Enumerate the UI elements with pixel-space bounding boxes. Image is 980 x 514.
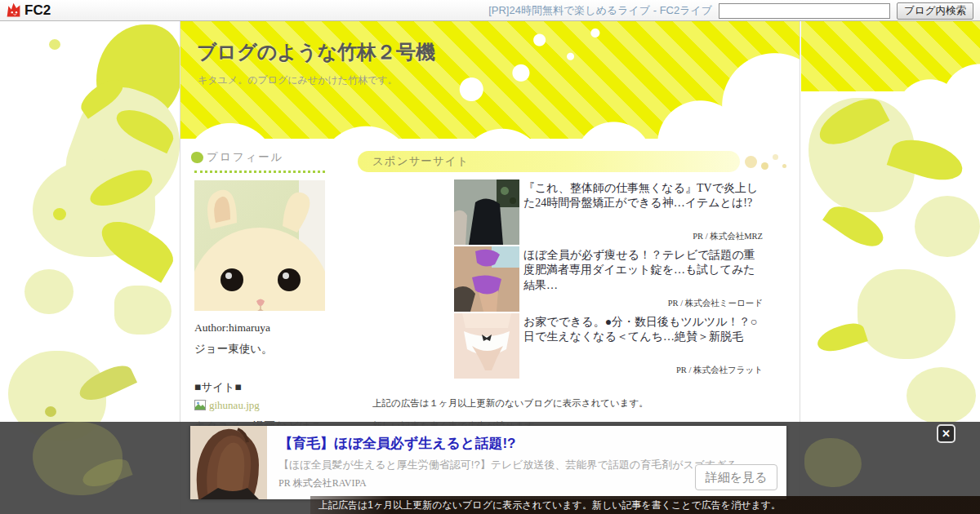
fc2-logo[interactable]: FC2 [5,2,51,19]
overlay-ad-description: 【ほぼ全員髪が生えると厚生労働省認可!?】テレビ放送後、芸能界で話題の育毛剤がス… [278,458,737,472]
sponsored-ad-row[interactable]: お家でできる。●分・数日後もツルツル！？○日で生えなくなる＜てんち…絶賛＞新脱毛… [454,313,764,379]
overlay-close-button[interactable]: ✕ [937,424,956,443]
ad-title: 『これ、整体師の仕事無くなる』TVで炎上した24時間骨盤矯正ができる神…イテムと… [523,181,764,211]
site-section-heading: ■サイト■ [194,380,325,395]
ad-notice-line1: 上記の広告は１ヶ月以上更新のないブログに表示されています。 [372,397,799,410]
profile-section-heading: プロフィール [194,150,325,173]
broken-image-icon [194,400,207,412]
sidebar: プロフィール Autho [194,150,325,449]
ad-title: ほぼ全員が必ず痩せる！？テレビで話題の重度肥満者専用ダイエット錠を…も試してみた… [523,248,764,293]
blog-header: ブログのような竹林２号機 キタユメ。のブログにみせかけた竹林です。 [180,21,800,139]
leaf-blob [45,406,56,417]
ad-text-block: 『これ、整体師の仕事無くなる』TVで炎上した24時間骨盤矯正ができる神…イテムと… [523,179,764,246]
leaf-blob [24,269,74,314]
broken-image-label: gihunau.jpg [209,399,260,412]
fc2-logo-text: FC2 [24,2,51,19]
overlay-ad-layer: 【育毛】ほぼ全員必ず生えると話題!? 【ほぼ全員髪が生えると厚生労働省認可!?】… [0,422,980,514]
topbar: FC2 [PR]24時間無料で楽しめるライブ - FC2ライブ ブログ内検索 [0,0,980,21]
leaf-blob [915,196,980,257]
leaf-blob [858,269,956,359]
overlay-ad-pr-label: PR 株式会社RAVIPA [278,476,367,490]
dimmed-leaf-blob [33,422,122,495]
leaf-blob [814,319,868,356]
author-line: Author:himaruya [194,321,325,335]
ad-thumbnail-underwear [454,313,519,379]
bio-line: ジョー東使い。 [194,342,325,357]
ad-pr-label: PR / 株式会社ミーロード [668,298,763,309]
overlay-ad-title[interactable]: 【育毛】ほぼ全員必ず生えると話題!? [278,434,515,453]
pr-live-link[interactable]: [PR]24時間無料で楽しめるライブ - FC2ライブ [488,3,712,18]
blog-search-button[interactable]: ブログ内検索 [897,2,973,20]
flower-icon [191,152,203,163]
blog-subtitle: キタユメ。のブログにみせかけた竹林です。 [198,73,398,87]
ad-text-block: お家でできる。●分・数日後もツルツル！？○日で生えなくなる＜てんち…絶賛＞新脱毛… [523,313,764,379]
sponsored-ads-list: 『これ、整体師の仕事無くなる』TVで炎上した24時間骨盤矯正ができる神…イテムと… [454,179,764,379]
fc2-fox-icon [5,2,22,19]
ad-text-block: ほぼ全員が必ず痩せる！？テレビで話題の重度肥満者専用ダイエット錠を…も試してみた… [523,246,764,312]
stripe-patch [801,21,980,91]
overlay-bottom-notice-bar: 上記広告は1ヶ月以上更新のないブログに表示されています。新しい記事を書くことで広… [310,496,980,514]
sponsored-ad-row[interactable]: 『これ、整体師の仕事無くなる』TVで炎上した24時間骨盤矯正ができる神…イテムと… [454,179,764,246]
sponsor-section-label: スポンサーサイト [372,151,469,172]
page: FC2 [PR]24時間無料で楽しめるライブ - FC2ライブ ブログ内検索 ブ… [0,0,980,514]
ad-title: お家でできる。●分・数日後もツルツル！？○日で生えなくなる＜てんち…絶賛＞新脱毛 [523,315,764,345]
blog-title[interactable]: ブログのような竹林２号機 [197,39,435,65]
blog-search-input[interactable] [719,3,890,19]
detail-button[interactable]: 詳細を見る [695,464,777,490]
overlay-bottom-notice-text: 上記広告は1ヶ月以上更新のないブログに表示されています。新しい記事を書くことで広… [318,499,781,511]
sponsor-section-bar: スポンサーサイト [358,151,740,172]
leaf-blob [114,286,172,335]
sponsored-ad-row[interactable]: ほぼ全員が必ず痩せる！？テレビで話題の重度肥満者専用ダイエット錠を…も試してみた… [454,246,764,312]
leaf-blob [53,208,66,220]
decorative-dots [743,153,800,172]
dimmed-leaf-blob [804,438,862,487]
ad-pr-label: PR / 株式会社MRZ [693,231,763,242]
site-banner-link[interactable]: gihunau.jpg [194,399,325,412]
overlay-ad-image-hair [190,426,267,499]
overlay-ad-card[interactable]: 【育毛】ほぼ全員必ず生えると話題!? 【ほぼ全員髪が生えると厚生労働省認可!?】… [190,426,786,499]
leaf-blob [906,367,976,424]
ad-thumbnail-swimsuit [454,179,519,245]
ad-thumbnail-beach [454,246,519,312]
profile-heading-label: プロフィール [207,150,284,165]
profile-avatar [194,180,325,311]
ad-pr-label: PR / 株式会社フラット [676,365,763,376]
leaf-blob [49,39,60,50]
main-content: スポンサーサイト [358,151,799,432]
